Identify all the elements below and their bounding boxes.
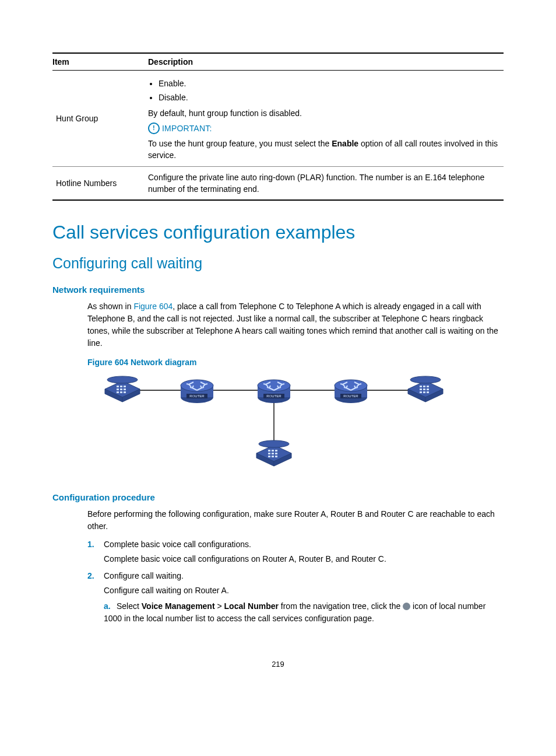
config-table: Item Description Hunt Group Enable. Disa…: [52, 52, 504, 201]
bullet-disable: Disable.: [159, 92, 499, 103]
heading-cfgproc: Configuration procedure: [52, 492, 504, 502]
important-icon: !: [148, 123, 160, 134]
figure-link[interactable]: Figure 604: [133, 302, 173, 311]
important-callout: ! IMPORTANT:: [148, 123, 499, 134]
step-title: Configure call waiting.: [104, 571, 184, 580]
telephone-icon: [256, 440, 291, 466]
cell-description: Configure the private line auto ring-dow…: [148, 166, 504, 200]
page-number: 219: [52, 660, 504, 668]
step-marker: 1.: [87, 538, 104, 551]
col-description: Description: [148, 53, 504, 71]
step-body: Complete basic voice call configurations…: [104, 553, 504, 565]
list-item: 2.Configure call waiting. Configure call…: [87, 570, 504, 625]
router-icon: [335, 380, 367, 403]
step-marker: 2.: [87, 570, 104, 582]
telephone-icon: [408, 376, 443, 402]
important-text: To use the hunt group feature, you must …: [148, 138, 499, 162]
bullet-enable: Enable.: [159, 78, 499, 89]
netreq-paragraph: As shown in Figure 604, place a call fro…: [87, 300, 504, 349]
operation-icon: [403, 603, 410, 610]
default-text: By default, hunt group function is disab…: [148, 107, 499, 119]
step-body: Configure call waiting on Router A.: [104, 584, 504, 597]
cell-description: Enable. Disable. By default, hunt group …: [148, 71, 504, 167]
heading-2: Configuring call waiting: [52, 255, 504, 272]
important-label: IMPORTANT:: [162, 123, 212, 134]
table-row: Hunt Group Enable. Disable. By default, …: [52, 71, 504, 167]
heading-netreq: Network requirements: [52, 285, 504, 295]
substep-text: Select Voice Management > Local Number f…: [104, 601, 485, 623]
table-row: Hotline Numbers Configure the private li…: [52, 166, 504, 200]
router-icon: [258, 380, 290, 403]
step-title: Complete basic voice call configurations…: [104, 540, 251, 549]
figure-caption: Figure 604 Network diagram: [87, 358, 504, 367]
cfgproc-intro: Before performing the following configur…: [87, 508, 504, 533]
list-item: 1.Complete basic voice call configuratio…: [87, 538, 504, 565]
network-diagram: ROUTER: [99, 373, 504, 480]
cell-item: Hunt Group: [52, 71, 148, 167]
substep-marker: a.: [104, 600, 117, 612]
col-item: Item: [52, 53, 148, 71]
cell-item: Hotline Numbers: [52, 166, 148, 200]
list-item: a.Select Voice Management > Local Number…: [104, 600, 504, 625]
router-icon: [181, 380, 213, 403]
procedure-list: 1.Complete basic voice call configuratio…: [87, 538, 504, 625]
telephone-icon: [105, 376, 140, 402]
heading-1: Call services configuration examples: [52, 222, 504, 243]
